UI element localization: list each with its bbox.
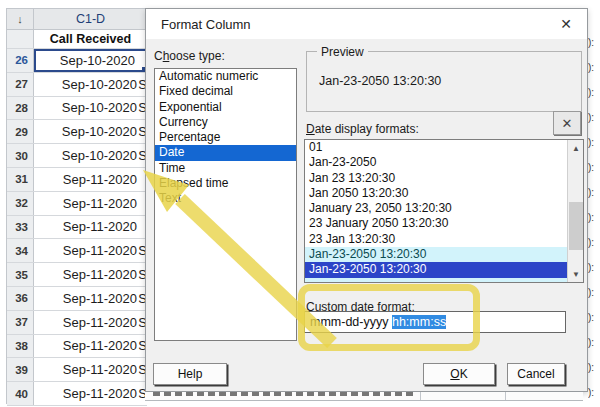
row-number[interactable]: 31 [7,168,34,191]
choose-type-option[interactable]: Automatic numeric [155,69,296,84]
delete-icon: ✕ [562,116,573,131]
worksheet-label-row: Call Received [7,30,147,49]
format-column-dialog: Format Column ✕ Choose type: Automatic n… [145,8,588,392]
choose-type-option[interactable]: Currency [155,115,296,130]
date-format-option[interactable]: 01 [305,140,567,155]
date-cell[interactable]: Sep-11-2020S [34,239,147,262]
date-format-option[interactable]: Jan-23-2050 13:20:30 [305,262,567,277]
date-format-option[interactable]: 23 January 2050 13:20:30 [305,216,567,231]
date-cell[interactable]: Sep-11-2020S [34,287,147,310]
table-row: 37Sep-11-2020S [7,311,147,335]
date-formats-label: Date display formats: [306,122,419,136]
choose-type-option[interactable]: Date [155,145,296,160]
row-label-cell [7,30,34,48]
scrollbar-thumb[interactable] [569,202,583,250]
date-format-option[interactable]: 23 Jan 13:20:30 [305,232,567,247]
scroll-up-icon[interactable]: ▲ [568,140,584,156]
row-number[interactable]: 36 [7,287,34,310]
choose-type-label: Choose type: [154,49,225,63]
row-number[interactable]: 26 [7,49,34,72]
scroll-down-icon[interactable]: ▼ [568,266,584,282]
table-row: 31Sep-11-2020 [7,168,147,192]
date-format-option[interactable]: Jan 23 13:20:30 [305,171,567,186]
date-format-option[interactable]: Jan 2050 13:20:30 [305,186,567,201]
row-number[interactable]: 33 [7,216,34,239]
table-row: 34Sep-11-2020S [7,239,147,263]
dialog-titlebar[interactable]: Format Column ✕ [146,9,587,39]
date-formats-items[interactable]: 01Jan-23-2050Jan 23 13:20:30Jan 2050 13:… [305,140,567,282]
list-item [305,278,567,282]
date-cell[interactable]: Sep-11-2020S [34,311,147,334]
date-formats-listbox: 01Jan-23-2050Jan 23 13:20:30Jan 2050 13:… [304,139,584,283]
date-cell[interactable]: Sep-11-2020S [34,263,147,286]
date-format-option[interactable]: January 23, 2050 13:20:30 [305,201,567,216]
table-row: 33Sep-11-2020 [7,216,147,240]
preview-value: Jan-23-2050 13:20:30 [319,74,441,88]
background-window-text: ): ): ): ): ): ): ): ): ): ): ): ): ): )… [588,30,600,407]
help-button[interactable]: Help [153,363,227,385]
custom-format-text: mmm-dd-yyyy [310,315,392,329]
row-number[interactable]: 40 [7,382,34,405]
date-cell[interactable]: Sep-11-2020S [34,382,147,405]
choose-type-option[interactable]: Text [155,191,296,206]
preview-groupbox: Preview Jan-23-2050 13:20:30 [306,51,582,112]
row-number[interactable]: 39 [7,358,34,381]
date-cell[interactable]: Sep-11-2020 [34,216,147,239]
custom-format-selected-text: hh:mm:ss [392,315,446,329]
date-cell[interactable]: Sep-11-2020S [34,335,147,358]
row-number[interactable]: 37 [7,311,34,334]
date-format-option[interactable]: Jan-23-2050 13:20:30 [305,247,567,262]
date-cell[interactable]: Sep-11-2020 [34,192,147,215]
table-row: 32Sep-11-2020 [7,192,147,216]
date-cell[interactable]: Sep-10-2020S [34,97,147,120]
worksheet: ↓ C1-D Call Received 26Sep-10-202027Sep-… [6,8,147,404]
choose-type-option[interactable]: Exponential [155,100,296,115]
choose-type-option[interactable]: Elapsed time [155,176,296,191]
close-icon[interactable]: ✕ [555,14,577,34]
table-row: 35Sep-11-2020S [7,263,147,287]
date-cell[interactable]: Sep-10-2020S [34,73,147,96]
row-number[interactable]: 29 [7,120,34,143]
date-cell[interactable]: Sep-11-2020S [34,358,147,381]
date-cell[interactable]: Sep-10-2020S [34,144,147,167]
row-number[interactable]: 28 [7,97,34,120]
row-number[interactable]: 35 [7,263,34,286]
date-cell[interactable]: Sep-10-2020 [34,49,147,72]
screen: ↓ C1-D Call Received 26Sep-10-202027Sep-… [0,0,600,407]
delete-format-button[interactable]: ✕ [553,111,581,135]
row-number[interactable]: 34 [7,239,34,262]
row-number[interactable]: 27 [7,73,34,96]
preview-label: Preview [317,45,368,59]
row-number[interactable]: 30 [7,144,34,167]
table-row: 36Sep-11-2020S [7,287,147,311]
worksheet-row-sliver [145,392,583,401]
scrollbar[interactable]: ▲ ▼ [567,140,583,282]
ok-button[interactable]: OK [423,363,495,385]
table-row: 27Sep-10-2020S [7,73,147,97]
date-cell[interactable]: Sep-10-2020S [34,120,147,143]
table-row: 29Sep-10-2020S [7,120,147,144]
table-row: 30Sep-10-2020S [7,144,147,168]
column-header[interactable]: C1-D [34,9,147,29]
table-row: 40Sep-11-2020S [7,382,147,406]
row-number[interactable]: 38 [7,335,34,358]
table-row: 26Sep-10-2020 [7,49,147,73]
worksheet-header-row: ↓ C1-D [7,9,147,30]
date-cell[interactable]: Sep-11-2020 [34,168,147,191]
custom-format-input[interactable]: mmm-dd-yyyy hh:mm:ss [304,311,566,333]
table-row: 38Sep-11-2020S [7,335,147,359]
row-number[interactable]: 32 [7,192,34,215]
date-format-option[interactable]: Jan-23-2050 [305,155,567,170]
column-label[interactable]: Call Received [34,30,147,48]
entry-direction-icon[interactable]: ↓ [7,9,34,29]
choose-type-option[interactable]: Time [155,161,296,176]
worksheet-rows: 26Sep-10-202027Sep-10-2020S28Sep-10-2020… [7,49,147,406]
cancel-button[interactable]: Cancel [507,363,565,385]
table-row: 39Sep-11-2020S [7,358,147,382]
choose-type-listbox[interactable]: Automatic numericFixed decimalExponentia… [154,68,297,341]
choose-type-option[interactable]: Percentage [155,130,296,145]
table-row: 28Sep-10-2020S [7,97,147,121]
dialog-title: Format Column [146,17,251,32]
choose-type-option[interactable]: Fixed decimal [155,84,296,99]
